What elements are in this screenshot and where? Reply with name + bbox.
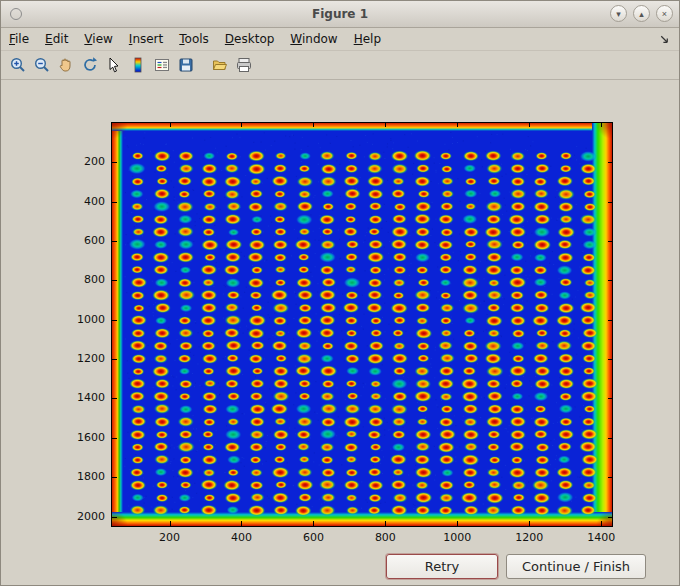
continue-finish-button[interactable]: Continue / Finish [506, 554, 646, 579]
y-tick-label: 1200 [61, 352, 105, 365]
y-tick-label: 1800 [61, 470, 105, 483]
menu-tools[interactable]: Tools [171, 29, 217, 49]
window-app-icon [10, 8, 22, 20]
figure-window: Figure 1 ▾ ▴ × FileEditViewInsertToolsDe… [0, 0, 680, 586]
y-tick-label: 2000 [61, 510, 105, 523]
zoom-in-button[interactable] [6, 53, 30, 77]
y-tick-label: 400 [61, 195, 105, 208]
menu-file[interactable]: File [1, 29, 37, 49]
zoom-in-icon [9, 56, 27, 74]
window-controls: ▾ ▴ × [610, 5, 673, 22]
x-tick-label: 200 [148, 531, 192, 544]
title-bar: Figure 1 ▾ ▴ × [1, 1, 679, 28]
retry-button[interactable]: Retry [386, 554, 498, 579]
x-tick-label: 400 [219, 531, 263, 544]
open-folder-button[interactable] [208, 53, 232, 77]
zoom-out-button[interactable] [30, 53, 54, 77]
x-tick-label: 1400 [579, 531, 623, 544]
print-button[interactable] [232, 53, 256, 77]
menu-items: FileEditViewInsertToolsDesktopWindowHelp [1, 29, 389, 49]
dock-figure-icon[interactable] [658, 33, 671, 46]
y-tick-label: 800 [61, 273, 105, 286]
window-title: Figure 1 [1, 7, 679, 21]
menu-edit[interactable]: Edit [37, 29, 76, 49]
y-tick-label: 1000 [61, 313, 105, 326]
x-tick-label: 600 [291, 531, 335, 544]
rotate-3d-icon [81, 56, 99, 74]
close-button[interactable]: × [656, 5, 673, 22]
open-folder-icon [211, 56, 229, 74]
toolbar-separator [198, 65, 208, 66]
y-tick-label: 1600 [61, 431, 105, 444]
y-tick-label: 200 [61, 155, 105, 168]
legend-icon [153, 56, 171, 74]
rotate-3d-button[interactable] [78, 53, 102, 77]
figure-toolbar [1, 51, 679, 80]
zoom-out-icon [33, 56, 51, 74]
pan-button[interactable] [54, 53, 78, 77]
menu-bar: FileEditViewInsertToolsDesktopWindowHelp [1, 28, 679, 51]
x-tick-label: 1000 [435, 531, 479, 544]
print-icon [235, 56, 253, 74]
legend-button[interactable] [150, 53, 174, 77]
data-cursor-icon [105, 56, 123, 74]
pan-icon [57, 56, 75, 74]
axes [111, 122, 613, 527]
x-tick-label: 800 [363, 531, 407, 544]
x-tick-label: 1200 [507, 531, 551, 544]
menu-view[interactable]: View [76, 29, 120, 49]
menu-help[interactable]: Help [346, 29, 389, 49]
minimize-button[interactable]: ▾ [610, 5, 627, 22]
data-cursor-button[interactable] [102, 53, 126, 77]
colorbar-button[interactable] [126, 53, 150, 77]
y-tick-label: 600 [61, 234, 105, 247]
y-tick-label: 1400 [61, 391, 105, 404]
maximize-button[interactable]: ▴ [633, 5, 650, 22]
save-icon [177, 56, 195, 74]
menu-insert[interactable]: Insert [121, 29, 171, 49]
microarray-image [112, 123, 612, 526]
save-button[interactable] [174, 53, 198, 77]
menu-desktop[interactable]: Desktop [217, 29, 283, 49]
colorbar-icon [129, 56, 147, 74]
figure-canvas-area: Retry Continue / Finish 2004006008001000… [1, 80, 679, 586]
menu-window[interactable]: Window [282, 29, 345, 49]
